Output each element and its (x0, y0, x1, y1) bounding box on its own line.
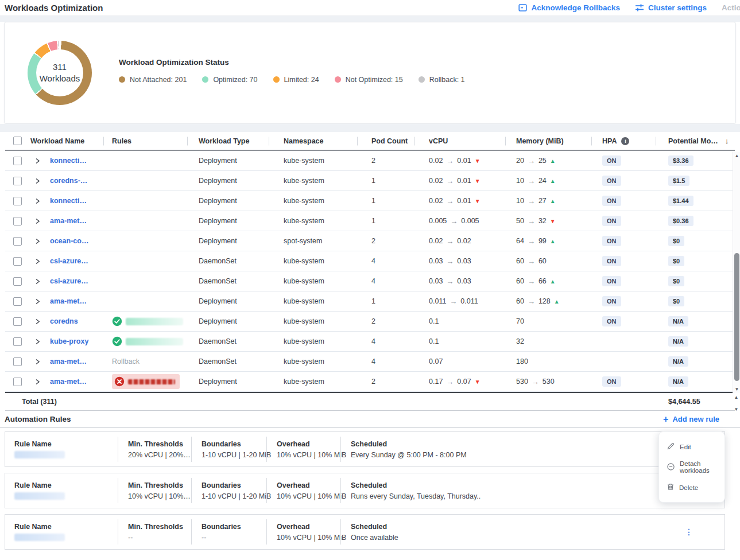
workload-name-link[interactable]: konnecti… (50, 197, 87, 205)
workload-type-cell: Deployment (187, 157, 269, 165)
scrollbar-thumb[interactable] (734, 253, 739, 381)
column-header-workload-type[interactable]: Workload Type (187, 132, 269, 150)
expand-row-button[interactable] (35, 379, 40, 385)
add-new-rule-button[interactable]: + Add new rule (663, 415, 719, 424)
expand-row-button[interactable] (35, 178, 40, 184)
cluster-settings-button[interactable]: Cluster settings (635, 3, 707, 12)
expand-row-button[interactable] (35, 339, 40, 345)
potential-savings-cell: N/A (656, 376, 735, 387)
workload-status-donut-chart: 311 Workloads (28, 41, 92, 105)
boundaries-value: 1-10 vCPU | 1-20 MiB (202, 492, 266, 500)
workload-name-link[interactable]: ama-met… (50, 378, 87, 386)
table-row: ama-met…Deploymentkube-system10.011→0.01… (5, 291, 735, 312)
memory-cell: 60→60 (505, 257, 591, 266)
workload-type-cell: Deployment (187, 197, 269, 205)
legend-item: Not Attached: 201 (119, 76, 187, 84)
memory-cell: 70 (505, 317, 591, 325)
legend-label: Not Attached: 201 (130, 76, 187, 84)
total-savings-value: $4,644.55 (656, 398, 735, 406)
workload-name-link[interactable]: konnecti… (50, 157, 87, 165)
potential-savings-cell: $1.5 (656, 176, 735, 186)
scrollbar-up-arrow[interactable]: ▲ (733, 153, 740, 158)
vcpu-cell: 0.02→0.01▼ (414, 157, 505, 165)
column-header-hpa[interactable]: HPAi (591, 132, 656, 150)
workload-name-link[interactable]: coredns (50, 317, 78, 325)
row-checkbox[interactable] (13, 378, 22, 386)
expand-row-button[interactable] (35, 258, 40, 265)
menu-item-detach-workloads[interactable]: Detach workloads (659, 456, 724, 479)
rule-name: Rule Name (5, 518, 118, 546)
row-checkbox[interactable] (13, 277, 22, 286)
column-header-memory[interactable]: Memory (MiB) (505, 132, 591, 150)
min-thresholds-value: -- (128, 534, 191, 542)
chevron-right-icon (35, 298, 40, 305)
scrollbar-down-arrow[interactable]: ▼ (733, 387, 740, 392)
rules-cell (103, 316, 187, 326)
rule-actions-kebab-button[interactable]: ⋮ (683, 526, 695, 538)
donut-center-label: Workloads (40, 73, 80, 84)
value-change-arrow-icon: → (450, 297, 457, 306)
vcpu-cell: 0.07 (414, 357, 505, 365)
select-all-checkbox[interactable] (13, 137, 22, 145)
row-checkbox[interactable] (13, 177, 22, 185)
scrollbar-up-arrow[interactable]: ▲ (733, 395, 740, 400)
workload-name-link[interactable]: ama-met… (50, 217, 87, 225)
menu-item-label: Delete (679, 484, 698, 491)
table-row: ocean-co…Deploymentspot-system20.02→0.02… (5, 231, 735, 251)
min-thresholds: Min. Thresholds20% vCPU | 20%… (118, 435, 191, 463)
workload-name-link[interactable]: csi-azure… (50, 277, 88, 285)
row-checkbox[interactable] (13, 317, 22, 326)
namespace-cell: kube-system (269, 357, 357, 365)
workload-name-link[interactable]: ocean-co… (50, 237, 88, 245)
menu-item-delete[interactable]: Delete (659, 479, 724, 496)
column-header-potential-savings[interactable]: Potential Mo…↓ (656, 132, 735, 150)
potential-savings-badge: N/A (668, 316, 688, 326)
row-checkbox[interactable] (13, 337, 22, 346)
automation-rule-card: Rule NameMin. Thresholds20% vCPU | 20%…B… (5, 431, 725, 467)
potential-savings-cell: $0 (656, 236, 735, 246)
expand-row-button[interactable] (35, 238, 40, 244)
pod-count-cell: 2 (357, 317, 414, 325)
column-header-workload-name[interactable]: Workload Name (26, 132, 103, 150)
row-checkbox[interactable] (13, 357, 22, 366)
column-header-vcpu[interactable]: vCPU (414, 132, 505, 150)
workload-name-link[interactable]: coredns-… (50, 177, 87, 185)
row-checkbox[interactable] (13, 237, 22, 246)
row-checkbox[interactable] (13, 217, 22, 225)
actions-button[interactable]: Action (722, 3, 740, 12)
expand-row-button[interactable] (35, 218, 40, 224)
acknowledge-rollbacks-button[interactable]: Acknowledge Rollbacks (518, 3, 620, 12)
boundaries: Boundaries1-10 vCPU | 1-20 MiB (191, 435, 266, 463)
rules-cell (103, 336, 187, 347)
expand-row-button[interactable] (35, 318, 40, 325)
column-header-namespace[interactable]: Namespace (269, 132, 357, 150)
workload-type-cell: DaemonSet (187, 337, 269, 345)
value-change-arrow-icon: → (446, 277, 454, 286)
row-checkbox[interactable] (13, 297, 22, 306)
row-checkbox[interactable] (13, 197, 22, 205)
expand-row-button[interactable] (35, 278, 40, 285)
workload-name-link[interactable]: csi-azure… (50, 257, 88, 265)
menu-item-edit[interactable]: Edit (659, 438, 724, 456)
boundaries: Boundaries-- (191, 518, 266, 546)
memory-cell: 180 (505, 357, 591, 365)
row-checkbox[interactable] (13, 257, 22, 266)
hpa-info-icon[interactable]: i (621, 137, 629, 145)
column-header-pod-count[interactable]: Pod Count (357, 132, 414, 150)
potential-savings-cell: N/A (656, 316, 735, 326)
workload-type-cell: Deployment (187, 297, 269, 305)
workload-name-link[interactable]: ama-met… (50, 357, 87, 365)
pod-count-cell: 4 (357, 257, 414, 265)
row-checkbox[interactable] (13, 157, 22, 165)
table-scrollbar[interactable]: ▲ ▼ (733, 152, 740, 393)
expand-row-button[interactable] (35, 359, 40, 365)
expand-row-button[interactable] (35, 158, 40, 164)
workload-name-link[interactable]: ama-met… (50, 297, 87, 305)
value-change-arrow-icon: → (446, 257, 454, 266)
column-header-rules[interactable]: Rules (103, 132, 187, 150)
secondary-scrollbar[interactable]: ▲ ▼ (733, 395, 740, 412)
sort-descending-icon[interactable]: ↓ (725, 137, 729, 145)
expand-row-button[interactable] (35, 298, 40, 305)
workload-name-link[interactable]: kube-proxy (50, 337, 88, 345)
expand-row-button[interactable] (35, 198, 40, 204)
